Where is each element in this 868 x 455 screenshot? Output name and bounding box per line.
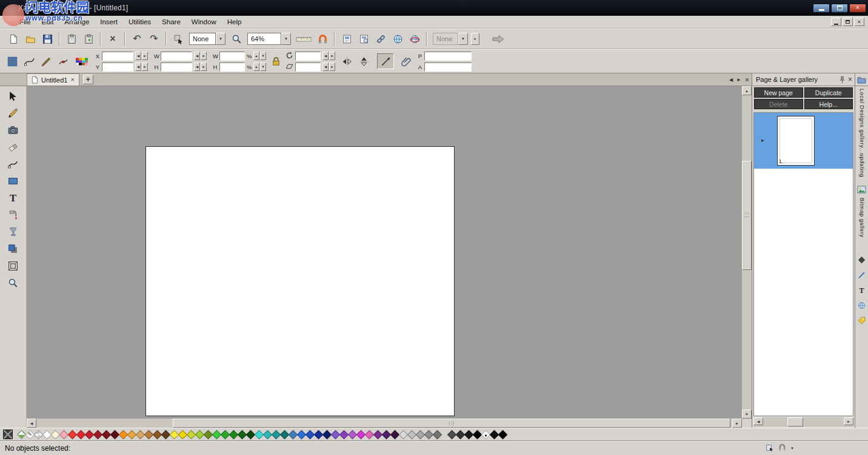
color-swatch[interactable] (432, 430, 442, 439)
chevron-down-icon[interactable] (216, 33, 225, 45)
fill-tool[interactable] (2, 207, 24, 223)
tab-local-designs-gallery[interactable]: Local Designs gallery...updating (859, 89, 865, 177)
tab-untitled1[interactable]: Untitled1 (27, 73, 79, 86)
decrement-icon[interactable] (194, 52, 200, 60)
gallery-scrollbar[interactable] (753, 417, 853, 426)
a-field[interactable] (424, 62, 472, 72)
color-swatch[interactable] (498, 430, 507, 439)
photo-tool[interactable] (2, 122, 24, 138)
decrement-icon[interactable] (135, 62, 141, 71)
clip-view-button[interactable] (170, 31, 187, 47)
increment-icon[interactable] (142, 52, 148, 60)
document-page[interactable] (145, 146, 455, 416)
scroll-up-button[interactable] (742, 86, 752, 95)
lock-aspect-button[interactable] (269, 53, 282, 69)
expander-icon[interactable] (761, 137, 764, 143)
zoom-level-dropdown[interactable]: 64% (247, 33, 291, 45)
web-address-button[interactable] (406, 31, 423, 47)
chevron-down-icon[interactable] (281, 33, 291, 45)
save-button[interactable] (39, 31, 56, 47)
help-button[interactable]: Help... (804, 99, 853, 109)
page-preview-button[interactable] (338, 31, 355, 47)
scroll-left-button[interactable] (753, 417, 763, 425)
width-field[interactable] (161, 52, 192, 61)
menu-edit[interactable]: Edit (42, 18, 54, 25)
zoom-tool[interactable] (2, 275, 24, 291)
menu-insert[interactable]: Insert (100, 18, 118, 25)
height-percent-field[interactable] (219, 62, 245, 72)
frame-gallery-icon[interactable] (858, 271, 866, 280)
new-page-button[interactable]: New page (754, 87, 803, 98)
increment-icon[interactable] (142, 62, 148, 71)
decrement-icon[interactable] (260, 52, 266, 60)
flip-horizontal-button[interactable] (338, 53, 355, 69)
x-position-field[interactable] (102, 52, 133, 61)
decrement-icon[interactable] (194, 62, 200, 71)
menu-file[interactable]: File (19, 18, 31, 25)
scroll-right-button[interactable] (844, 417, 853, 425)
color-grid-button[interactable] (72, 53, 92, 69)
menu-window[interactable]: Window (192, 18, 216, 25)
document-minimize-button[interactable] (831, 18, 841, 26)
decrement-icon[interactable] (135, 52, 141, 60)
transparency-tool[interactable] (2, 224, 24, 240)
increment-icon[interactable] (329, 52, 335, 60)
freehand-tool[interactable] (2, 105, 24, 121)
forward-button[interactable] (488, 31, 509, 47)
snap-indicator-icon[interactable] (778, 443, 786, 453)
status-dropdown-arrow[interactable] (790, 447, 794, 450)
node-edit-button[interactable] (55, 53, 72, 69)
horizontal-scroll-thumb[interactable] (173, 419, 730, 428)
show-edit-handles-button[interactable] (377, 53, 394, 69)
export-button[interactable] (80, 31, 97, 47)
brush-button[interactable] (38, 53, 55, 69)
rotate-angle-field[interactable] (295, 52, 321, 61)
redo-button[interactable] (145, 31, 162, 47)
attach-button[interactable] (398, 53, 415, 69)
import-button[interactable] (63, 31, 80, 47)
animation-next-button[interactable] (471, 33, 479, 45)
vertical-scroll-thumb[interactable] (742, 161, 752, 270)
tab-close-icon[interactable] (70, 76, 74, 83)
zoom-tool-button[interactable] (228, 31, 245, 47)
increment-icon[interactable] (253, 62, 259, 71)
decrement-icon[interactable] (260, 62, 266, 71)
panel-close-icon[interactable] (848, 76, 852, 83)
menu-share[interactable]: Share (162, 18, 181, 25)
document-restore-button[interactable] (843, 18, 853, 26)
next-tab-icon[interactable] (736, 78, 741, 83)
shear-angle-field[interactable] (295, 62, 321, 72)
width-percent-field[interactable] (219, 52, 245, 61)
contour-tool[interactable] (2, 258, 24, 274)
pin-icon[interactable] (839, 76, 846, 84)
gallery-scroll-track[interactable] (763, 417, 844, 426)
new-tab-button[interactable] (83, 75, 93, 84)
decrement-icon[interactable] (322, 62, 329, 71)
vertical-scroll-track[interactable] (742, 95, 752, 410)
selector-tool[interactable] (2, 88, 24, 104)
p-field[interactable] (424, 52, 472, 61)
shape-editor-tool[interactable] (2, 156, 24, 172)
increment-icon[interactable] (201, 62, 207, 71)
fill-gallery-icon[interactable] (858, 256, 866, 265)
rulers-button[interactable] (293, 31, 314, 47)
text-tool[interactable] (2, 190, 24, 206)
curve-edit-button[interactable] (21, 53, 38, 69)
horizontal-scroll-track[interactable] (36, 419, 732, 428)
name-gallery-icon[interactable] (858, 317, 866, 326)
window-minimize-button[interactable] (813, 4, 830, 13)
window-maximize-button[interactable] (831, 4, 848, 13)
browser-preview-button[interactable] (355, 31, 372, 47)
tab-bitmap-gallery[interactable]: Bitmap gallery (857, 186, 866, 237)
undo-button[interactable] (129, 31, 145, 47)
document-close-button[interactable] (854, 18, 864, 26)
local-designs-gallery-icon[interactable] (855, 73, 868, 86)
decrement-icon[interactable] (322, 52, 329, 60)
page-item-selected[interactable]: 1. (754, 113, 853, 169)
increment-icon[interactable] (201, 52, 207, 60)
increment-icon[interactable] (329, 62, 335, 71)
scroll-right-button[interactable] (732, 419, 742, 428)
close-document-icon[interactable] (745, 76, 749, 84)
scroll-down-button[interactable] (742, 410, 752, 419)
web-export-button[interactable] (389, 31, 406, 47)
